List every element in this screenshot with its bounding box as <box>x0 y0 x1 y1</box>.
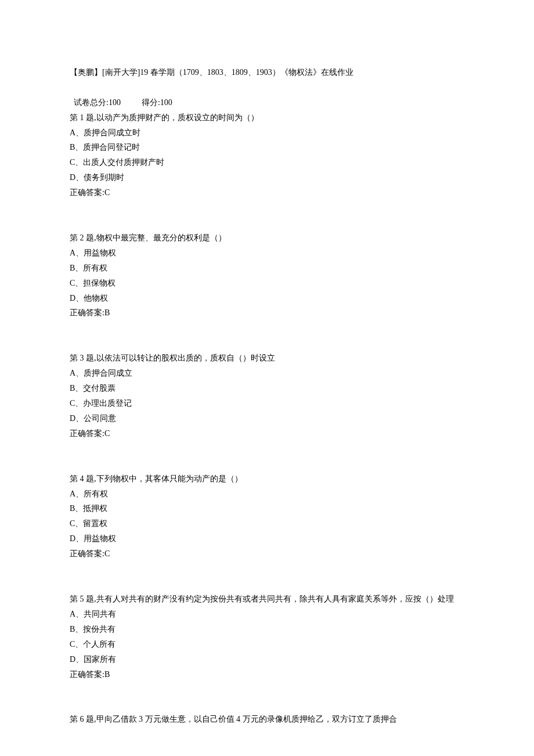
question-option: D、公司同意 <box>70 411 464 426</box>
score-line: 试卷总分:100得分:100 <box>70 80 464 110</box>
question-stem: 第 1 题,以动产为质押财产的，质权设立的时间为（） <box>70 110 464 125</box>
question-stem: 第 5 题,共有人对共有的财产没有约定为按份共有或者共同共有，除共有人具有家庭关… <box>70 592 464 607</box>
document-title: 【奥鹏】[南开大学]19 春学期（1709、1803、1809、1903）《物权… <box>70 65 464 80</box>
question-option: B、所有权 <box>70 261 464 276</box>
question-answer: 正确答案:C <box>70 546 464 561</box>
question-option: B、抵押权 <box>70 501 464 516</box>
question-option: C、个人所有 <box>70 637 464 652</box>
question-stem: 第 2 题,物权中最完整、最充分的权利是（） <box>70 231 464 246</box>
question-option: C、办理出质登记 <box>70 396 464 411</box>
score-total: 试卷总分:100 <box>74 98 121 107</box>
question-option: D、债务到期时 <box>70 170 464 185</box>
question-option: C、留置权 <box>70 516 464 531</box>
question-option: B、按份共有 <box>70 622 464 637</box>
question-option: B、质押合同登记时 <box>70 140 464 155</box>
question-option: D、用益物权 <box>70 531 464 546</box>
question-option: B、交付股票 <box>70 381 464 396</box>
question-option: C、出质人交付质押财产时 <box>70 155 464 170</box>
question-6: 第 6 题,甲向乙借款 3 万元做生意，以自己价值 4 万元的录像机质押给乙，双… <box>70 712 464 727</box>
question-answer: 正确答案:C <box>70 426 464 441</box>
question-option: D、他物权 <box>70 291 464 306</box>
question-stem: 第 4 题,下列物权中，其客体只能为动产的是（） <box>70 471 464 487</box>
question-1: 第 1 题,以动产为质押财产的，质权设立的时间为（） A、质押合同成立时 B、质… <box>70 110 464 200</box>
question-stem: 第 3 题,以依法可以转让的股权出质的，质权自（）时设立 <box>70 351 464 366</box>
question-2: 第 2 题,物权中最完整、最充分的权利是（） A、用益物权 B、所有权 C、担保… <box>70 231 464 321</box>
question-option: A、质押合同成立时 <box>70 125 464 141</box>
question-answer: 正确答案:B <box>70 667 464 682</box>
question-5: 第 5 题,共有人对共有的财产没有约定为按份共有或者共同共有，除共有人具有家庭关… <box>70 592 464 682</box>
question-option: A、质押合同成立 <box>70 366 464 381</box>
question-option: A、共同共有 <box>70 607 464 622</box>
question-answer: 正确答案:C <box>70 185 464 200</box>
question-option: D、国家所有 <box>70 652 464 667</box>
question-4: 第 4 题,下列物权中，其客体只能为动产的是（） A、所有权 B、抵押权 C、留… <box>70 471 464 561</box>
question-option: A、所有权 <box>70 487 464 502</box>
score-obtained: 得分:100 <box>142 98 172 107</box>
question-option: A、用益物权 <box>70 246 464 261</box>
question-option: C、担保物权 <box>70 276 464 291</box>
question-answer: 正确答案:B <box>70 305 464 321</box>
question-stem: 第 6 题,甲向乙借款 3 万元做生意，以自己价值 4 万元的录像机质押给乙，双… <box>70 712 464 727</box>
question-3: 第 3 题,以依法可以转让的股权出质的，质权自（）时设立 A、质押合同成立 B、… <box>70 351 464 441</box>
